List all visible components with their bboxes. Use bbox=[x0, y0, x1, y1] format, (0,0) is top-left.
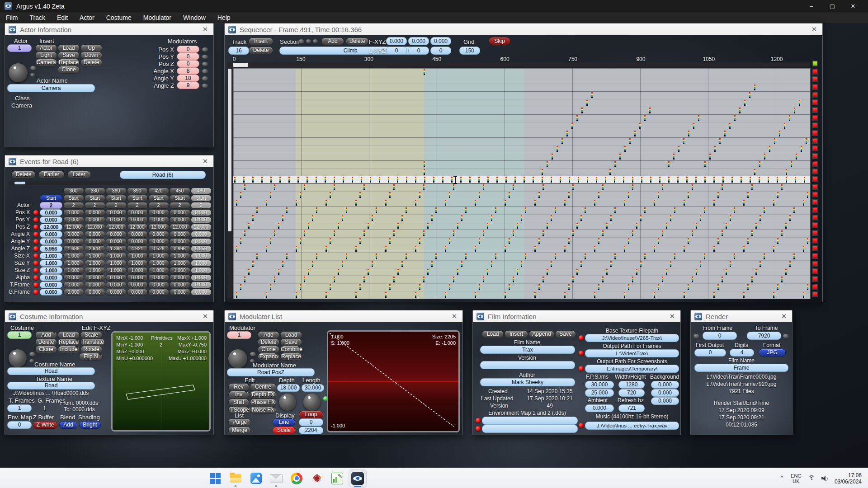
event-marker[interactable] bbox=[594, 292, 595, 298]
later-button[interactable]: Later bbox=[67, 171, 91, 178]
scale-value-field[interactable]: 2204 bbox=[299, 427, 323, 434]
event-marker[interactable] bbox=[714, 146, 716, 152]
size-y-cell[interactable]: 1.000 bbox=[148, 260, 169, 267]
t-frame-selected-cell[interactable]: 0.000 bbox=[40, 282, 62, 288]
event-marker[interactable] bbox=[755, 269, 757, 275]
event-marker[interactable] bbox=[372, 261, 373, 267]
event-marker[interactable] bbox=[747, 238, 749, 244]
line-toggle[interactable]: Line bbox=[273, 418, 295, 426]
combine-button[interactable]: Combine bbox=[280, 346, 302, 353]
event-marker[interactable] bbox=[307, 177, 308, 183]
event-marker[interactable] bbox=[572, 184, 574, 190]
event-marker[interactable] bbox=[304, 184, 305, 190]
event-marker[interactable] bbox=[555, 207, 556, 213]
g-frame-cell[interactable]: 0.000 bbox=[106, 289, 127, 296]
event-marker[interactable] bbox=[288, 177, 290, 183]
event-marker[interactable] bbox=[346, 253, 347, 259]
pos-y-cell[interactable]: 0.000 bbox=[191, 216, 212, 223]
event-marker[interactable] bbox=[376, 253, 377, 259]
size-x-cell[interactable]: 1.000 bbox=[63, 253, 84, 259]
record-dot[interactable] bbox=[33, 246, 38, 251]
event-marker[interactable] bbox=[542, 277, 544, 282]
track-scrollbar[interactable] bbox=[227, 68, 232, 298]
angle-y-modulator-field[interactable]: 18 bbox=[177, 75, 199, 82]
to-frame-field[interactable]: 7920 bbox=[747, 332, 781, 340]
event-marker[interactable] bbox=[564, 200, 566, 206]
chrome-icon[interactable] bbox=[288, 469, 306, 488]
depth-fx-button[interactable]: Depth FX bbox=[250, 391, 276, 399]
event-marker[interactable] bbox=[534, 292, 536, 298]
events-window-titlebar[interactable]: Events for Road (6) ✕ bbox=[5, 155, 213, 168]
size-z-cell[interactable]: 1.000 bbox=[191, 267, 212, 274]
event-marker[interactable] bbox=[363, 277, 365, 282]
event-marker[interactable] bbox=[449, 284, 450, 290]
event-marker[interactable] bbox=[424, 169, 425, 175]
pos-z-cell[interactable]: 12.000 bbox=[170, 224, 190, 230]
event-marker[interactable] bbox=[650, 177, 651, 183]
event-marker[interactable] bbox=[658, 238, 659, 244]
event-marker[interactable] bbox=[244, 184, 245, 190]
start-header[interactable]: Start bbox=[106, 195, 127, 202]
start-header[interactable]: Start bbox=[170, 195, 190, 202]
event-marker[interactable] bbox=[270, 177, 272, 183]
event-marker[interactable] bbox=[606, 223, 608, 229]
event-marker[interactable] bbox=[538, 238, 540, 244]
event-marker[interactable] bbox=[777, 238, 778, 244]
event-marker[interactable] bbox=[700, 261, 701, 267]
column-header-480[interactable]: 480 bbox=[191, 188, 212, 194]
event-marker[interactable] bbox=[406, 253, 407, 259]
event-marker[interactable] bbox=[692, 277, 693, 282]
pos-z-cell[interactable]: 12.000 bbox=[85, 224, 105, 230]
include-button[interactable]: Include bbox=[58, 346, 80, 353]
event-marker[interactable] bbox=[496, 177, 498, 183]
event-marker[interactable] bbox=[572, 277, 574, 282]
record-dot[interactable] bbox=[33, 232, 38, 237]
event-marker[interactable] bbox=[614, 253, 616, 259]
add-button[interactable]: Add bbox=[258, 331, 279, 339]
envmap-field[interactable]: 0 bbox=[7, 421, 32, 429]
pos-x-cell[interactable]: 0.000 bbox=[170, 209, 190, 216]
costume-name-field[interactable]: Road bbox=[7, 367, 95, 375]
event-marker[interactable] bbox=[796, 154, 797, 160]
event-marker[interactable] bbox=[330, 284, 331, 290]
event-marker[interactable] bbox=[261, 177, 263, 183]
event-marker[interactable] bbox=[807, 238, 808, 244]
column-header-390[interactable]: 390 bbox=[127, 188, 148, 194]
event-marker[interactable] bbox=[389, 192, 391, 198]
frames-path-field[interactable]: L:\Video\Trax\ bbox=[585, 349, 679, 357]
event-marker[interactable] bbox=[286, 253, 288, 259]
event-marker[interactable] bbox=[678, 146, 679, 152]
event-marker[interactable] bbox=[722, 177, 724, 183]
event-marker[interactable] bbox=[278, 269, 279, 275]
centre-button[interactable]: Centre bbox=[250, 383, 276, 391]
event-marker[interactable] bbox=[274, 230, 275, 236]
angle-y-cell[interactable]: 0.000 bbox=[170, 238, 190, 245]
actor-cell[interactable]: 2 bbox=[148, 202, 169, 209]
event-marker[interactable] bbox=[513, 230, 514, 236]
track-indicator[interactable] bbox=[812, 169, 818, 174]
event-marker[interactable] bbox=[243, 177, 245, 183]
format-toggle[interactable]: JPG bbox=[759, 349, 786, 357]
event-marker[interactable] bbox=[424, 69, 425, 75]
event-marker[interactable] bbox=[789, 261, 791, 267]
event-marker[interactable] bbox=[632, 277, 633, 282]
render-window-titlebar[interactable]: Render ✕ bbox=[691, 310, 792, 323]
record-dot[interactable] bbox=[33, 290, 38, 295]
event-marker[interactable] bbox=[786, 177, 787, 183]
event-marker[interactable] bbox=[525, 253, 526, 259]
event-marker[interactable] bbox=[658, 284, 659, 290]
angle-x-cell[interactable]: 0.000 bbox=[191, 231, 212, 238]
stepper[interactable] bbox=[202, 47, 208, 52]
track-number-field[interactable]: 16 bbox=[228, 47, 249, 55]
alpha-cell[interactable]: 0.000 bbox=[63, 274, 84, 281]
stepper[interactable] bbox=[202, 69, 208, 73]
replace-button[interactable]: Replace bbox=[280, 353, 302, 361]
actor-cell[interactable]: 2 bbox=[170, 202, 190, 209]
event-marker[interactable] bbox=[274, 277, 275, 282]
envmap2-dot[interactable] bbox=[476, 426, 481, 431]
base-texture-field[interactable]: J:\Video\Inuse\V265-Trax\ bbox=[585, 334, 679, 342]
event-marker[interactable] bbox=[803, 200, 804, 206]
event-marker[interactable] bbox=[777, 192, 778, 198]
event-marker[interactable] bbox=[475, 200, 476, 206]
event-marker[interactable] bbox=[372, 215, 373, 221]
